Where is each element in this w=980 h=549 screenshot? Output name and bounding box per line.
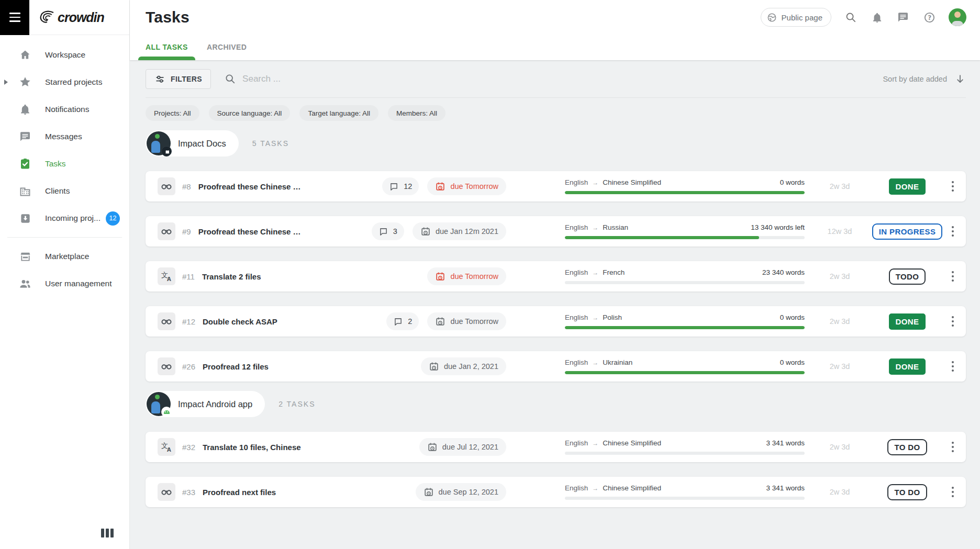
comment-icon: [378, 227, 388, 237]
sidebar-item-user-management[interactable]: User management: [0, 270, 129, 297]
sidebar-item-workspace[interactable]: Workspace: [0, 41, 129, 69]
source-language: English: [565, 178, 588, 186]
tab-archived[interactable]: ARCHIVED: [207, 43, 247, 60]
chip-source-language[interactable]: Source language: All: [209, 105, 291, 121]
task-menu-button[interactable]: [946, 268, 960, 285]
sort-label: Sort by date added: [883, 75, 947, 83]
due-date-label: due Sep 12, 2021: [439, 488, 499, 496]
target-language: Chinese Simplified: [603, 178, 661, 186]
words-count: 0 words: [780, 358, 805, 366]
search-input[interactable]: [242, 74, 462, 84]
public-page-button[interactable]: Public page: [761, 8, 831, 27]
task-menu-button[interactable]: [946, 439, 960, 456]
help-icon[interactable]: [922, 10, 936, 24]
task-age: 2w 3d: [811, 362, 868, 371]
project-link-impact-android-app[interactable]: Impact Android app: [146, 391, 265, 417]
source-language: English: [565, 439, 588, 447]
chip-members[interactable]: Members: All: [388, 105, 446, 121]
task-row[interactable]: #32 Translate 10 files, Chinese due Jul …: [146, 432, 966, 462]
crowdin-logo: crowdin: [39, 10, 104, 25]
task-menu-button[interactable]: [946, 223, 960, 240]
task-row[interactable]: #26 Proofread 12 files due Jan 2, 2021 E…: [146, 351, 966, 382]
chip-projects[interactable]: Projects: All: [146, 105, 199, 121]
task-id: #12: [182, 317, 195, 326]
sort-control[interactable]: Sort by date added: [883, 73, 966, 85]
hamburger-menu-button[interactable]: [0, 0, 29, 35]
incoming-inbox-icon: [19, 212, 31, 225]
due-date-label: due Tomorrow: [450, 182, 498, 191]
filters-button[interactable]: FILTERS: [146, 69, 211, 89]
language-progress: English → Chinese Simplified 0 words: [565, 178, 805, 194]
filter-icon: [154, 74, 165, 85]
words-count: 23 340 words: [762, 268, 805, 276]
comments-pill[interactable]: 2: [386, 312, 419, 330]
task-id: #32: [182, 443, 195, 452]
search-icon[interactable]: [844, 10, 858, 24]
notifications-bell-icon[interactable]: [870, 10, 884, 24]
status-badge: DONE: [889, 358, 926, 375]
progress-bar: [565, 452, 805, 455]
messages-chat-icon[interactable]: [896, 10, 910, 24]
task-menu-button[interactable]: [946, 484, 960, 501]
arrow-icon: →: [592, 224, 598, 231]
task-id: #11: [182, 272, 195, 281]
due-date-pill: due Jan 12m 2021: [413, 222, 506, 240]
main-area: Tasks Public page ALL TASKS ARCHIVED: [130, 0, 980, 549]
task-row[interactable]: #9 Proofread these Chinese strings ASAP …: [146, 216, 966, 247]
arrow-down-icon: [954, 73, 966, 85]
task-title: Proofread these Chinese strings ASAP: [198, 182, 302, 191]
task-age: 2w 3d: [811, 317, 868, 326]
progress-bar: [565, 371, 805, 374]
task-menu-button[interactable]: [946, 313, 960, 330]
project-group-header: Impact Docs 5 TASKS: [146, 130, 966, 156]
sidebar-item-tasks[interactable]: Tasks: [0, 150, 129, 177]
task-menu-button[interactable]: [946, 358, 960, 375]
task-menu-button[interactable]: [946, 178, 960, 195]
task-title: Double check ASAP: [203, 317, 277, 326]
crowdin-logo-text: crowdin: [58, 10, 104, 25]
tasks-clipboard-icon: [19, 158, 31, 170]
task-age: 2w 3d: [811, 443, 868, 451]
sidebar-item-clients[interactable]: Clients: [0, 177, 129, 205]
toolbar-divider: [146, 97, 966, 98]
language-progress: English → Chinese Simplified 3 341 words: [565, 484, 805, 500]
translate-icon: [158, 438, 175, 456]
target-language: French: [603, 268, 625, 276]
task-row[interactable]: #12 Double check ASAP 2 due Tomorrow: [146, 306, 966, 337]
task-id: #8: [182, 182, 191, 191]
incoming-projects-count-badge: 12: [106, 211, 120, 226]
user-avatar[interactable]: [949, 8, 966, 26]
task-age: 2w 3d: [811, 272, 868, 281]
sidebar-item-incoming-projects[interactable]: Incoming proj... 12: [0, 205, 129, 232]
arrow-icon: →: [592, 485, 598, 492]
comments-pill[interactable]: 3: [372, 222, 404, 240]
task-row[interactable]: #33 Proofread next files due Sep 12, 202…: [146, 477, 966, 507]
expand-caret-icon[interactable]: [4, 80, 8, 85]
sidebar-item-notifications[interactable]: Notifications: [0, 96, 129, 123]
tab-all-tasks[interactable]: ALL TASKS: [146, 43, 188, 60]
comments-pill[interactable]: 12: [382, 177, 419, 195]
sidebar-item-starred-projects[interactable]: Starred projects: [0, 69, 129, 96]
columns-grid-icon[interactable]: [101, 529, 114, 537]
project-link-impact-docs[interactable]: Impact Docs: [146, 130, 239, 156]
due-date-label: due Jul 12, 2021: [442, 443, 498, 451]
task-row[interactable]: #11 Translate 2 files due Tomorrow Engli…: [146, 261, 966, 292]
calendar-icon: [435, 181, 446, 192]
task-age: 2w 3d: [811, 182, 868, 191]
chip-target-language[interactable]: Target language: All: [299, 105, 378, 121]
sidebar-item-marketplace[interactable]: Marketplace: [0, 243, 129, 270]
sidebar-item-messages[interactable]: Messages: [0, 123, 129, 150]
arrow-icon: →: [592, 269, 598, 276]
bell-icon: [19, 103, 31, 116]
due-date-pill: due Tomorrow: [427, 267, 506, 285]
translate-icon: [158, 267, 175, 285]
task-title: Proofread 12 files: [203, 362, 269, 371]
due-date-label: due Tomorrow: [450, 317, 498, 326]
content-area: FILTERS Sort by date added Projects: All…: [130, 60, 980, 549]
due-date-pill: due Jul 12, 2021: [419, 438, 506, 456]
source-language: English: [565, 313, 588, 321]
progress-bar: [565, 281, 805, 284]
progress-fill: [565, 326, 805, 329]
proofread-icon: [158, 483, 175, 501]
task-row[interactable]: #8 Proofread these Chinese strings ASAP …: [146, 171, 966, 201]
